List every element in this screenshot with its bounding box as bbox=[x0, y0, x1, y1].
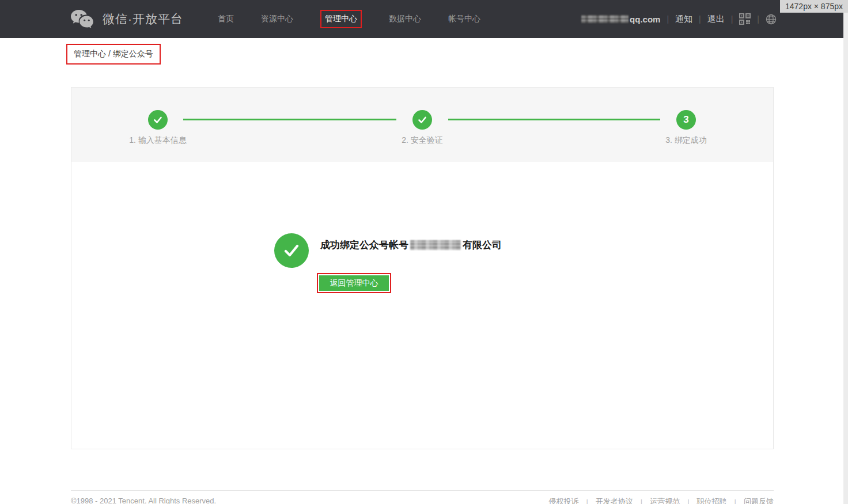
footer-link-operation-rules[interactable]: 运营规范 bbox=[650, 497, 680, 504]
page-scrollbar[interactable] bbox=[843, 0, 848, 504]
success-message-prefix: 成功绑定公众号帐号 bbox=[320, 238, 408, 252]
step-connector-line bbox=[183, 119, 396, 120]
brand-home-link[interactable]: 微信·开放平台 bbox=[70, 0, 183, 38]
nav-separator: | bbox=[757, 14, 759, 24]
nav-item-data-center[interactable]: 数据中心 bbox=[389, 14, 421, 24]
footer-separator: | bbox=[735, 498, 736, 504]
footer-link-complaint[interactable]: 侵权投诉 bbox=[548, 497, 578, 504]
email-redacted-blur bbox=[581, 15, 629, 23]
viewport-size-badge: 848px × 504px bbox=[780, 0, 848, 13]
step3-label: 3. 绑定成功 bbox=[623, 135, 749, 146]
step3-number: 3 bbox=[683, 114, 688, 126]
step2-label: 2. 安全验证 bbox=[359, 135, 486, 146]
footer-separator: | bbox=[641, 498, 642, 504]
top-navbar: 微信·开放平台 首页 资源中心 管理中心 数据中心 帐号中心 qq.com | … bbox=[0, 0, 848, 38]
globe-icon[interactable] bbox=[766, 14, 777, 25]
nav-item-account-center[interactable]: 帐号中心 bbox=[448, 14, 480, 24]
step2-check-icon bbox=[412, 110, 432, 130]
footer-copyright: ©1998 - 2021 Tencent. All Rights Reserve… bbox=[71, 497, 216, 504]
main-nav: 首页 资源中心 管理中心 数据中心 帐号中心 bbox=[218, 0, 480, 38]
breadcrumb[interactable]: 管理中心 / 绑定公众号 bbox=[66, 44, 161, 65]
step-connector-line bbox=[448, 119, 660, 120]
footer-separator: | bbox=[586, 498, 588, 504]
step3-number-badge: 3 bbox=[676, 110, 696, 130]
nav-item-home[interactable]: 首页 bbox=[218, 14, 234, 24]
footer-link-developer-agreement[interactable]: 开发者协议 bbox=[596, 497, 633, 504]
footer-divider bbox=[71, 490, 774, 491]
success-check-icon bbox=[274, 233, 309, 268]
logout-link[interactable]: 退出 bbox=[707, 14, 725, 25]
brand-title: 微信·开放平台 bbox=[103, 11, 183, 27]
step1-label: 1. 输入基本信息 bbox=[94, 135, 221, 146]
nav-item-resource-center[interactable]: 资源中心 bbox=[261, 14, 293, 24]
bind-account-panel: 3 1. 输入基本信息 2. 安全验证 3. 绑定成功 成功绑定公众号帐号 有限… bbox=[71, 87, 774, 449]
step1-check-icon bbox=[148, 110, 168, 130]
annotation-box-return-button: 返回管理中心 bbox=[317, 273, 391, 293]
wechat-logo-icon bbox=[70, 9, 94, 29]
nav-separator: | bbox=[667, 14, 669, 24]
account-email: qq.com bbox=[581, 14, 660, 24]
footer-link-jobs[interactable]: 职位招聘 bbox=[697, 497, 727, 504]
page: 微信·开放平台 首页 资源中心 管理中心 数据中心 帐号中心 qq.com | … bbox=[0, 0, 848, 504]
account-email-domain: qq.com bbox=[630, 14, 660, 24]
return-to-management-button[interactable]: 返回管理中心 bbox=[319, 275, 389, 291]
success-message-company-suffix: 有限公司 bbox=[463, 238, 502, 252]
navbar-account-area: qq.com | 通知 | 退出 | bbox=[581, 0, 777, 38]
nav-item-management-center[interactable]: 管理中心 bbox=[320, 10, 362, 28]
success-message: 成功绑定公众号帐号 有限公司 bbox=[320, 238, 502, 252]
notifications-link[interactable]: 通知 bbox=[675, 14, 692, 25]
nav-separator: | bbox=[699, 14, 701, 24]
nav-separator: | bbox=[731, 14, 733, 24]
company-name-redacted-blur bbox=[410, 240, 461, 250]
footer-links: 侵权投诉 | 开发者协议 | 运营规范 | 职位招聘 | 问题反馈 bbox=[548, 497, 774, 504]
footer-separator: | bbox=[687, 498, 689, 504]
qrcode-icon[interactable] bbox=[739, 13, 751, 25]
footer-link-feedback[interactable]: 问题反馈 bbox=[744, 497, 774, 504]
progress-stepper: 3 1. 输入基本信息 2. 安全验证 3. 绑定成功 bbox=[71, 88, 773, 162]
